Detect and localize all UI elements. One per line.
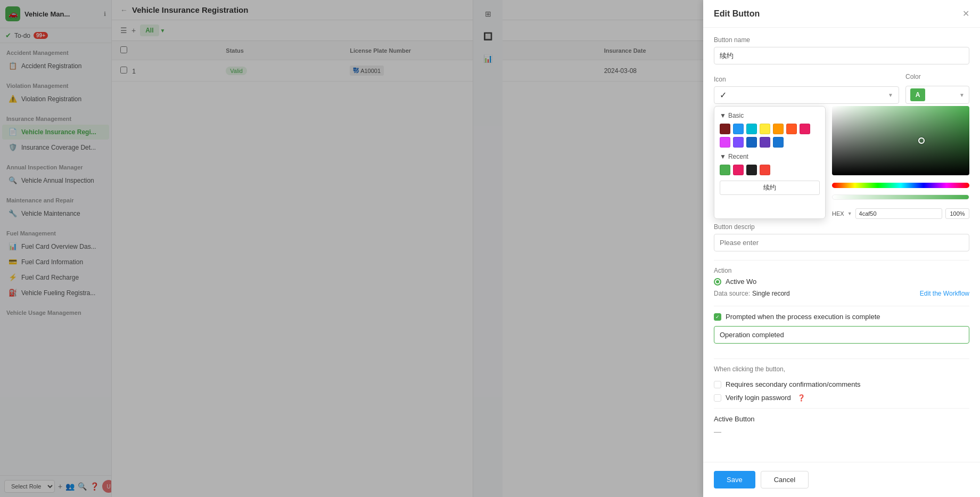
icon-color-row: Icon ✓ ▼ Color A ▼ [714,73,969,104]
color-picker-area: ▼ Basic [714,106,969,219]
color-picker-popup: ▼ Basic [714,106,826,219]
divider-1 [714,260,969,260]
radio-dot [714,278,721,286]
swatch-purple[interactable] [720,137,730,148]
preview-label: 续约 [720,181,820,195]
basic-chevron: ▼ [720,112,726,119]
modal-overlay: Edit Button ✕ Button name Icon ✓ ▼ Co [0,0,980,497]
modal-footer: Save Cancel [703,462,980,497]
radio-active-wo[interactable]: Active Wo [714,278,969,286]
gradient-area: HEX ▼ [832,106,969,219]
swatch-pink[interactable] [800,124,810,134]
recent-label: Recent [728,153,748,160]
verify-password-checkbox[interactable] [714,394,721,402]
recent-chevron: ▼ [720,153,726,160]
gradient-picker[interactable] [832,106,969,175]
divider-2 [714,306,969,306]
swatch-deeppurple[interactable] [733,137,744,148]
swatch-indigo[interactable] [760,137,770,148]
verify-help-icon: ❓ [797,394,805,402]
prompted-option[interactable]: ✓ Prompted when the process execution is… [714,313,969,321]
active-button-value: — [714,427,969,436]
active-button-section: Active Button — [714,415,969,436]
datasource-value: Single record [752,290,790,297]
swatch-navy[interactable] [773,137,784,148]
icon-check: ✓ [720,90,727,100]
hex-label: HEX [832,210,844,217]
color-arrow: ▼ [959,92,965,98]
hex-arrow: ▼ [847,211,852,216]
prompted-label: Prompted when the process execution is c… [726,313,880,321]
button-description-group: Button descrip [714,223,969,251]
modal-body: Button name Icon ✓ ▼ Color A [703,28,980,462]
swatch-darkred[interactable] [720,124,730,134]
color-btn[interactable]: A ▼ [905,86,969,104]
radio-label: Active Wo [726,278,756,286]
modal-close-button[interactable]: ✕ [962,9,969,19]
secondary-confirm-checkbox[interactable] [714,381,721,388]
swatch-yellow[interactable] [760,124,770,134]
color-swatch: A [910,88,925,101]
icon-selector-arrow: ▼ [888,92,893,98]
prompted-checkbox[interactable]: ✓ [714,313,721,321]
completion-input[interactable] [714,326,969,344]
action-label: Action [714,267,969,274]
hue-slider[interactable] [832,183,969,188]
verify-password-option[interactable]: Verify login password ❓ [714,394,969,402]
swatch-hotpink[interactable] [733,165,744,175]
opacity-slider[interactable] [832,194,969,200]
swatch-darkblue[interactable] [746,137,757,148]
swatch-red[interactable] [760,165,770,175]
basic-label: Basic [728,112,744,119]
button-description-input[interactable] [714,234,969,251]
swatch-green[interactable] [720,165,730,175]
swatch-deeporange[interactable] [786,124,797,134]
edit-button-modal: Edit Button ✕ Button name Icon ✓ ▼ Co [703,0,980,497]
swatch-black[interactable] [746,165,757,175]
opacity-input[interactable] [945,208,969,219]
color-label: Color [905,73,969,80]
icon-label: Icon [714,76,899,83]
action-section: Action Active Wo Data source: Single rec… [714,267,969,297]
active-button-label: Active Button [714,415,969,423]
datasource-label: Data source: [714,290,750,297]
swatch-blue[interactable] [733,124,744,134]
divider-4 [714,408,969,409]
edit-workflow-link[interactable]: Edit the Workflow [920,290,969,297]
divider-3 [714,359,969,359]
basic-swatches [720,124,820,148]
save-button[interactable]: Save [714,471,755,488]
cancel-button[interactable]: Cancel [761,471,809,488]
color-letter: A [916,91,920,99]
modal-header: Edit Button ✕ [703,0,980,28]
color-group: Color A ▼ [905,73,969,104]
modal-title: Edit Button [714,9,962,19]
button-description-label: Button descrip [714,223,969,231]
swatch-orange[interactable] [773,124,784,134]
recent-section-title[interactable]: ▼ Recent [720,153,820,160]
verify-password-label: Verify login password [726,394,791,402]
secondary-confirm-label: Requires secondary confirmation/comments [726,380,861,388]
when-clicking-label: When clicking the button, [714,365,969,373]
icon-selector[interactable]: ✓ ▼ [714,86,899,104]
button-name-group: Button name [714,36,969,64]
basic-section-title[interactable]: ▼ Basic [720,112,820,119]
secondary-confirm-option[interactable]: Requires secondary confirmation/comments [714,380,969,388]
datasource-row: Data source: Single record Edit the Work… [714,290,969,297]
button-name-label: Button name [714,36,969,44]
icon-group: Icon ✓ ▼ [714,76,899,104]
button-name-input[interactable] [714,47,969,64]
swatch-cyan[interactable] [746,124,757,134]
gradient-handle[interactable] [918,137,925,144]
hex-input[interactable] [855,208,942,219]
hex-row: HEX ▼ [832,208,969,219]
recent-swatches [720,165,820,175]
